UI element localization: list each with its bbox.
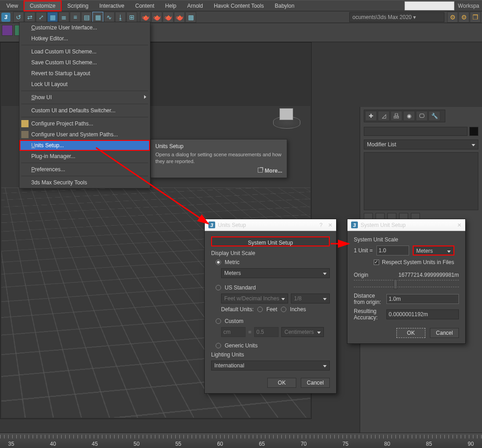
modify-tab-icon[interactable]: ◿ bbox=[378, 111, 390, 121]
user-gear-icon bbox=[21, 131, 29, 138]
layers-icon[interactable]: ❐ bbox=[470, 12, 481, 23]
timeline-ticks bbox=[0, 435, 482, 438]
custom-radio[interactable] bbox=[216, 318, 221, 324]
toolbar-button[interactable]: ⭳ bbox=[115, 12, 126, 23]
custom-right-input[interactable] bbox=[254, 327, 279, 337]
dd-plugin-manager[interactable]: Plug-in Manager... bbox=[19, 151, 150, 162]
menu-help[interactable]: Help bbox=[160, 1, 182, 10]
toolbar-button[interactable]: ≡ bbox=[70, 12, 81, 23]
dd-security-tools[interactable]: 3ds Max Security Tools bbox=[19, 177, 150, 188]
utilities-tab-icon[interactable]: 🔧 bbox=[429, 111, 440, 121]
motion-tab-icon[interactable]: ◉ bbox=[403, 111, 415, 121]
menu-customize[interactable]: Customize bbox=[24, 0, 62, 11]
teapot-icon[interactable]: 🫖 bbox=[151, 12, 162, 23]
dd-save-scheme[interactable]: Save Custom UI Scheme... bbox=[19, 57, 150, 68]
modifier-list-select[interactable]: Modifier List bbox=[364, 140, 478, 149]
us-fraction-select[interactable]: 1/8 bbox=[291, 294, 330, 303]
timeline[interactable]: 354045 505560 657075 808590 bbox=[0, 433, 482, 448]
unit-value-input[interactable] bbox=[376, 246, 409, 255]
menu-content[interactable]: Content bbox=[130, 1, 160, 10]
toolbar-button[interactable]: ▦ bbox=[92, 12, 103, 23]
dd-project-paths[interactable]: Configure Project Paths... bbox=[19, 118, 150, 129]
dd-units-setup[interactable]: Units Setup... bbox=[19, 140, 150, 151]
toolbar-button[interactable]: ▩ bbox=[185, 12, 196, 23]
toolbar-button[interactable]: ↺ bbox=[13, 12, 24, 23]
dd-load-scheme[interactable]: Load Custom UI Scheme... bbox=[19, 46, 150, 57]
metric-unit-select[interactable]: Meters bbox=[221, 268, 330, 278]
modifier-stack[interactable] bbox=[364, 152, 478, 210]
dd-preferences[interactable]: Preferences... bbox=[19, 164, 150, 175]
system-unit-setup-button[interactable]: System Unit Setup bbox=[211, 236, 330, 246]
dd-customize-ui[interactable]: CCustomize User Interface...ustomize Use… bbox=[19, 22, 150, 33]
toolbar-button[interactable]: ▤ bbox=[81, 12, 92, 23]
help-icon[interactable]: ? bbox=[319, 222, 323, 228]
accuracy-output bbox=[386, 309, 459, 319]
app-icon[interactable]: 3 bbox=[1, 13, 10, 22]
toolbar-button[interactable]: ⊞ bbox=[126, 12, 137, 23]
toolbar-button[interactable] bbox=[2, 25, 13, 36]
inches-label: Inches bbox=[290, 306, 306, 313]
custom-left-input[interactable] bbox=[221, 327, 246, 337]
dd-revert-layout[interactable]: Revert to Startup Layout bbox=[19, 68, 150, 79]
toolbar-button[interactable]: ≣ bbox=[58, 12, 69, 23]
ok-button[interactable]: OK bbox=[396, 328, 425, 338]
distance-input[interactable] bbox=[386, 294, 459, 304]
toolbar-button[interactable]: ▦ bbox=[47, 12, 58, 23]
origin-value: 16777214.9999999981m bbox=[399, 272, 459, 278]
toolbar-button[interactable]: ⤢ bbox=[36, 12, 47, 23]
us-unit-select[interactable]: Feet w/Decimal Inches bbox=[221, 294, 288, 303]
object-name-input[interactable] bbox=[364, 127, 468, 136]
unit-type-select[interactable]: Meters bbox=[413, 246, 454, 255]
ok-button[interactable]: OK bbox=[267, 378, 296, 388]
dd-hotkey-editor[interactable]: Hotkey Editor... bbox=[19, 33, 150, 44]
teapot-icon[interactable]: 🫖 bbox=[140, 12, 151, 23]
dialog-titlebar[interactable]: 3 System Unit Setup ✕ bbox=[347, 219, 465, 231]
lighting-unit-select[interactable]: International bbox=[211, 361, 330, 371]
menu-babylon[interactable]: Babylon bbox=[269, 1, 299, 10]
dd-lock-layout[interactable]: Lock UI Layout bbox=[19, 79, 150, 90]
toolbar-button[interactable]: ⇄ bbox=[24, 12, 35, 23]
inches-radio[interactable] bbox=[281, 307, 286, 312]
external-link-icon bbox=[258, 168, 263, 173]
dd-show-ui[interactable]: Show UI bbox=[19, 92, 150, 103]
close-icon[interactable]: ✕ bbox=[457, 222, 462, 228]
dd-user-system-paths[interactable]: Configure User and System Paths... bbox=[19, 129, 150, 140]
gear-icon[interactable]: ⚙ bbox=[458, 12, 469, 23]
respect-units-checkbox[interactable] bbox=[374, 260, 379, 265]
menu-havok[interactable]: Havok Content Tools bbox=[208, 1, 270, 10]
cancel-button[interactable]: Cancel bbox=[301, 378, 330, 388]
dialog-titlebar[interactable]: 3 Units Setup ? ✕ bbox=[205, 219, 336, 231]
feet-radio[interactable] bbox=[257, 307, 263, 312]
us-radio[interactable] bbox=[216, 285, 221, 290]
toolbar-button[interactable]: ∿ bbox=[104, 12, 115, 23]
dd-defaults-switcher[interactable]: Custom UI and Defaults Switcher... bbox=[19, 105, 150, 116]
create-tab-icon[interactable]: ✚ bbox=[365, 111, 377, 121]
cancel-button[interactable]: Cancel bbox=[430, 328, 459, 338]
project-path[interactable]: ocuments\3ds Max 2020 ▾ bbox=[349, 12, 444, 22]
menu-interactive[interactable]: Interactive bbox=[94, 1, 130, 10]
object-color-swatch[interactable] bbox=[469, 127, 478, 136]
viewcube[interactable] bbox=[273, 108, 300, 129]
hierarchy-tab-icon[interactable]: 品 bbox=[390, 111, 402, 121]
dialog-title: System Unit Setup bbox=[361, 222, 405, 228]
command-panel-tabs: ✚ ◿ 品 ◉ 🖵 🔧 bbox=[364, 110, 445, 122]
menu-view[interactable]: View bbox=[1, 1, 24, 10]
custom-unit-select[interactable]: Centimeters bbox=[281, 327, 324, 337]
tooltip-more[interactable]: More... bbox=[155, 168, 282, 174]
menu-arnold[interactable]: Arnold bbox=[182, 1, 208, 10]
gear-icon[interactable]: ⚙ bbox=[447, 12, 458, 23]
workspace-label[interactable]: Workspa bbox=[458, 3, 481, 9]
equals-label: = bbox=[248, 329, 251, 335]
teapot-icon[interactable]: 🫖 bbox=[174, 12, 185, 23]
tooltip: Units Setup Opens a dialog for setting s… bbox=[150, 139, 287, 178]
menu-scripting[interactable]: Scripting bbox=[62, 1, 94, 10]
app-icon: 3 bbox=[208, 222, 215, 228]
generic-radio[interactable] bbox=[216, 343, 221, 348]
display-tab-icon[interactable]: 🖵 bbox=[416, 111, 428, 121]
teapot-icon[interactable]: 🫖 bbox=[163, 12, 174, 23]
metric-radio[interactable] bbox=[216, 260, 221, 265]
close-icon[interactable]: ✕ bbox=[328, 222, 333, 228]
metric-label: Metric bbox=[225, 259, 240, 265]
origin-slider[interactable] bbox=[354, 280, 459, 287]
signin-block[interactable] bbox=[405, 1, 454, 10]
